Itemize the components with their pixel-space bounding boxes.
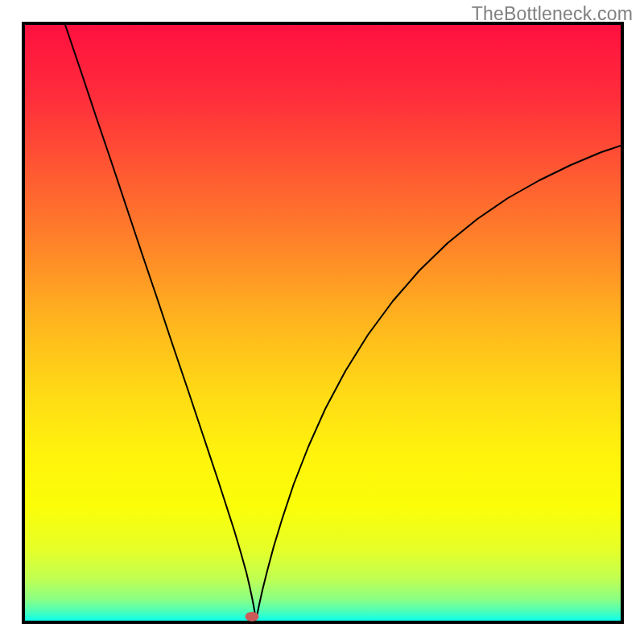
optimal-point-marker [246,612,259,621]
gradient-background [25,25,621,621]
svg-rect-0 [25,25,621,621]
chart-canvas: TheBottleneck.com [0,0,644,644]
chart-frame [22,22,624,624]
plot-area [25,25,621,621]
